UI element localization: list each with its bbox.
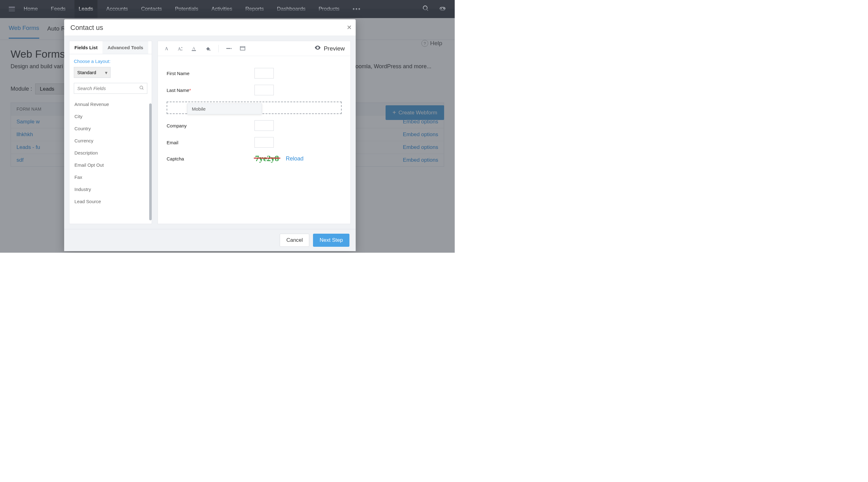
form-row-email[interactable]: Email [166, 137, 342, 148]
form-canvas: A A▴▾ A ▾ Preview First Name [158, 41, 351, 224]
choose-layout-label: Choose a Layout: [74, 59, 147, 64]
font-family-icon[interactable]: A [163, 45, 170, 52]
form-row-captcha[interactable]: Captcha 7ye2y8 Reload [166, 154, 342, 163]
fields-panel: Fields List Advanced Tools Choose a Layo… [69, 41, 152, 224]
svg-text:▾: ▾ [231, 47, 232, 49]
scrollbar[interactable] [149, 103, 152, 220]
list-item[interactable]: Email Opt Out [74, 159, 146, 171]
last-name-input[interactable] [254, 85, 274, 95]
width-icon[interactable]: ▾ [225, 45, 232, 52]
next-step-button[interactable]: Next Step [313, 234, 349, 247]
preview-button[interactable]: Preview [314, 44, 345, 53]
reload-captcha-link[interactable]: Reload [286, 155, 304, 162]
layout-select[interactable]: Standard [74, 67, 111, 78]
list-item[interactable]: Fax [74, 171, 146, 183]
form-builder-modal: Contact us ✕ Fields List Advanced Tools … [64, 19, 356, 251]
svg-text:▴: ▴ [181, 46, 183, 49]
form-row-last-name[interactable]: Last Name* [166, 85, 342, 95]
tab-advanced-tools[interactable]: Advanced Tools [102, 41, 148, 54]
search-fields-input[interactable] [74, 83, 147, 94]
list-item[interactable]: City [74, 110, 146, 122]
list-item[interactable]: Description [74, 147, 146, 159]
svg-rect-18 [241, 47, 245, 50]
form-area[interactable]: First Name Last Name* Mobile Company Ema… [158, 56, 350, 224]
font-size-icon[interactable]: A▴▾ [177, 45, 184, 52]
svg-text:▾: ▾ [181, 49, 183, 52]
fill-color-icon[interactable] [205, 45, 212, 52]
svg-text:A: A [178, 46, 181, 51]
list-item[interactable]: Country [74, 122, 146, 134]
close-icon[interactable]: ✕ [347, 24, 352, 31]
svg-rect-16 [226, 48, 230, 49]
svg-point-15 [209, 50, 210, 51]
svg-text:A: A [165, 46, 168, 51]
company-input[interactable] [254, 120, 274, 131]
drop-zone[interactable]: Mobile [166, 101, 342, 114]
search-icon [139, 85, 144, 92]
svg-rect-14 [192, 50, 196, 51]
modal-header: Contact us ✕ [64, 19, 356, 36]
email-input[interactable] [254, 137, 274, 148]
list-item[interactable]: Lead Source [74, 195, 146, 208]
form-row-company[interactable]: Company [166, 120, 342, 131]
layout-icon[interactable] [239, 45, 246, 52]
cancel-button[interactable]: Cancel [280, 234, 309, 247]
modal-footer: Cancel Next Step [64, 229, 356, 251]
list-item[interactable]: Currency [74, 134, 146, 147]
eye-icon [314, 44, 321, 53]
svg-text:A: A [192, 46, 195, 51]
svg-point-7 [140, 86, 143, 89]
first-name-input[interactable] [254, 68, 274, 79]
font-color-icon[interactable]: A [191, 45, 198, 52]
field-list: Annual Revenue City Country Currency Des… [74, 98, 147, 208]
font-toolbar: A A▴▾ A ▾ Preview [158, 41, 350, 56]
list-item[interactable]: Industry [74, 183, 146, 195]
svg-line-8 [142, 89, 143, 89]
captcha-image: 7ye2y8 [254, 154, 280, 163]
modal-title: Contact us [70, 24, 103, 31]
tab-fields-list[interactable]: Fields List [69, 41, 102, 54]
dragging-field-mobile[interactable]: Mobile [187, 103, 262, 114]
form-row-first-name[interactable]: First Name [166, 68, 342, 79]
list-item[interactable]: Annual Revenue [74, 98, 146, 110]
